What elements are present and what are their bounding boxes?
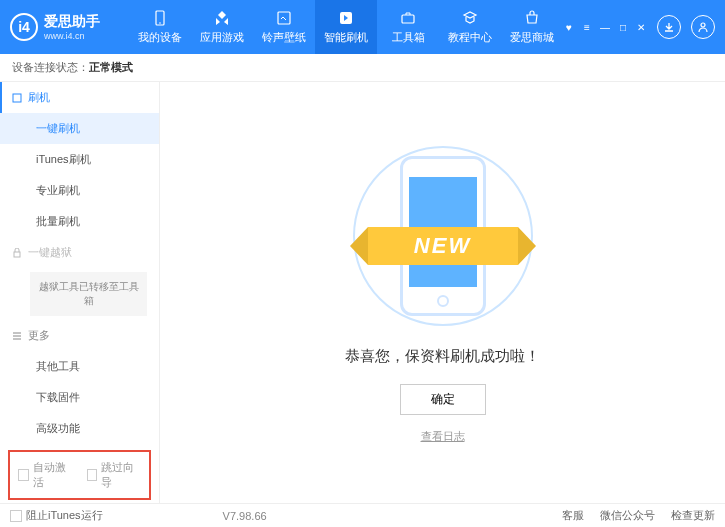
sidebar-item-other[interactable]: 其他工具 [0,351,159,382]
nav-store[interactable]: 爱思商城 [501,0,563,54]
phone-icon [151,9,169,27]
user-button[interactable] [691,15,715,39]
sidebar-section-more[interactable]: 更多 [0,320,159,351]
skip-guide-checkbox[interactable]: 跳过向导 [87,460,142,490]
main-nav: 我的设备 应用游戏 铃声壁纸 智能刷机 工具箱 教程中心 爱思商城 [129,0,563,54]
status-label: 设备连接状态： [12,60,89,75]
footer-link-wechat[interactable]: 微信公众号 [600,508,655,523]
checkbox-icon [10,510,22,522]
footer: 阻止iTunes运行 V7.98.66 客服 微信公众号 检查更新 [0,503,725,527]
nav-label: 铃声壁纸 [262,30,306,45]
doc-icon [12,93,22,103]
nav-toolbox[interactable]: 工具箱 [377,0,439,54]
sidebar-section-jailbreak[interactable]: 一键越狱 [0,237,159,268]
list-icon[interactable]: ≡ [581,21,593,33]
logo-icon: i4 [10,13,38,41]
wallpaper-icon [275,9,293,27]
checkbox-label: 跳过向导 [101,460,141,490]
nav-label: 教程中心 [448,30,492,45]
store-icon [523,9,541,27]
version-label: V7.98.66 [223,510,267,522]
status-bar: 设备连接状态： 正常模式 [0,54,725,82]
checkbox-icon [18,469,29,481]
block-itunes-checkbox[interactable]: 阻止iTunes运行 [10,508,103,523]
toolbox-icon [399,9,417,27]
lock-icon [12,248,22,258]
success-illustration: NEW [368,141,518,331]
sidebar-item-itunes[interactable]: iTunes刷机 [0,144,159,175]
nav-label: 爱思商城 [510,30,554,45]
svg-rect-6 [13,94,21,102]
nav-tutorials[interactable]: 教程中心 [439,0,501,54]
nav-label: 工具箱 [392,30,425,45]
new-ribbon: NEW [348,226,538,266]
svg-rect-4 [402,15,414,23]
svg-point-1 [159,22,161,24]
section-label: 一键越狱 [28,245,72,260]
checkbox-icon [87,469,98,481]
nav-label: 应用游戏 [200,30,244,45]
section-label: 刷机 [28,90,50,105]
svg-point-5 [701,23,705,27]
window-controls: ♥ ≡ — □ ✕ [563,21,647,33]
logo: i4 爱思助手 www.i4.cn [10,13,129,41]
status-value: 正常模式 [89,60,133,75]
download-button[interactable] [657,15,681,39]
nav-ringtones[interactable]: 铃声壁纸 [253,0,315,54]
footer-link-support[interactable]: 客服 [562,508,584,523]
sidebar-item-download[interactable]: 下载固件 [0,382,159,413]
sidebar: 刷机 一键刷机 iTunes刷机 专业刷机 批量刷机 一键越狱 越狱工具已转移至… [0,82,160,503]
flash-icon [337,9,355,27]
footer-link-update[interactable]: 检查更新 [671,508,715,523]
close-icon[interactable]: ✕ [635,21,647,33]
list-icon [12,331,22,341]
app-site: www.i4.cn [44,31,100,41]
main-content: NEW 恭喜您，保资料刷机成功啦！ 确定 查看日志 [160,82,725,503]
nav-label: 智能刷机 [324,30,368,45]
view-log-link[interactable]: 查看日志 [421,429,465,444]
jailbreak-note: 越狱工具已转移至工具箱 [30,272,147,316]
header-right: ♥ ≡ — □ ✕ [563,15,715,39]
sidebar-item-batch[interactable]: 批量刷机 [0,206,159,237]
apps-icon [213,9,231,27]
auto-activate-checkbox[interactable]: 自动激活 [18,460,73,490]
checkbox-highlight: 自动激活 跳过向导 [8,450,151,500]
nav-label: 我的设备 [138,30,182,45]
nav-my-device[interactable]: 我的设备 [129,0,191,54]
section-label: 更多 [28,328,50,343]
checkbox-label: 阻止iTunes运行 [26,508,103,523]
menu-icon[interactable]: ♥ [563,21,575,33]
sidebar-item-advanced[interactable]: 高级功能 [0,413,159,444]
nav-flash[interactable]: 智能刷机 [315,0,377,54]
sidebar-item-oneclick[interactable]: 一键刷机 [0,113,159,144]
app-header: i4 爱思助手 www.i4.cn 我的设备 应用游戏 铃声壁纸 智能刷机 工具… [0,0,725,54]
maximize-icon[interactable]: □ [617,21,629,33]
tutorial-icon [461,9,479,27]
ok-button[interactable]: 确定 [400,384,486,415]
sidebar-section-flash[interactable]: 刷机 [0,82,159,113]
nav-apps[interactable]: 应用游戏 [191,0,253,54]
sidebar-item-pro[interactable]: 专业刷机 [0,175,159,206]
checkbox-label: 自动激活 [33,460,73,490]
success-message: 恭喜您，保资料刷机成功啦！ [345,347,540,366]
app-name: 爱思助手 [44,13,100,31]
minimize-icon[interactable]: — [599,21,611,33]
svg-rect-7 [14,252,20,257]
